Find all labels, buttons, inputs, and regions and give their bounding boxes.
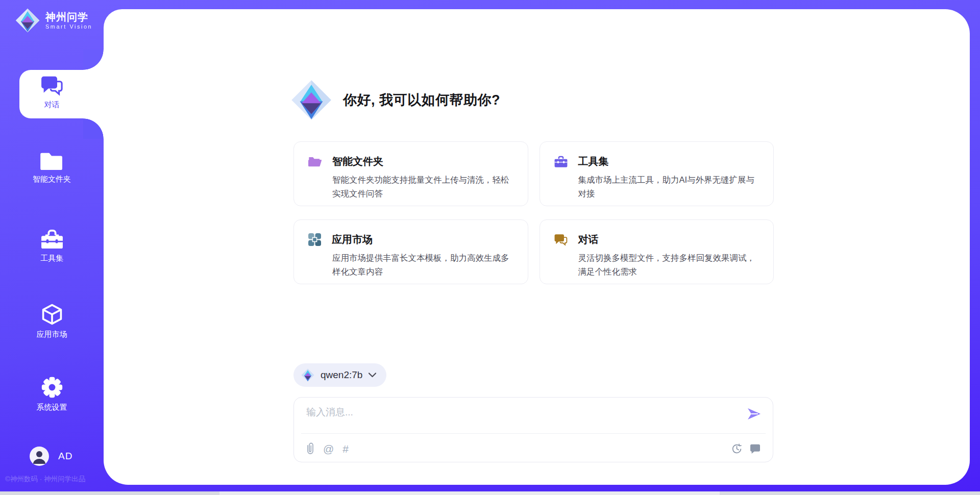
chat-icon xyxy=(41,76,63,96)
user-initials: AD xyxy=(58,451,72,462)
logo-diamond-icon xyxy=(15,8,40,33)
card-title: 工具集 xyxy=(578,155,609,168)
sidebar-item-label: 智能文件夹 xyxy=(33,175,71,184)
hash-icon[interactable]: # xyxy=(342,443,349,454)
message-input[interactable] xyxy=(306,406,735,430)
sidebar-item-label: 系统设置 xyxy=(37,403,67,412)
history-icon[interactable] xyxy=(731,443,742,454)
sidebar-item-label: 工具集 xyxy=(40,254,63,263)
card-title: 对话 xyxy=(578,233,599,246)
brand-name: 神州问学 xyxy=(45,11,92,22)
card-toolset[interactable]: 工具集 集成市场上主流工具，助力AI与外界无缝扩展与对接 xyxy=(540,141,774,206)
avatar xyxy=(30,447,49,466)
sidebar: 神州问学 Smart Vision 对话 智能文件夹 xyxy=(0,0,104,491)
card-description: 集成市场上主流工具，助力AI与外界无缝扩展与对接 xyxy=(578,173,760,201)
sidebar-item-toolset[interactable]: 工具集 xyxy=(0,229,104,263)
folder-icon xyxy=(308,156,322,167)
cube-grid-icon xyxy=(308,233,321,246)
chat-icon xyxy=(554,234,568,246)
sidebar-item-label: 应用市场 xyxy=(37,330,67,339)
brand-tagline: Smart Vision xyxy=(45,23,92,30)
attachment-icon[interactable] xyxy=(306,442,314,455)
model-name: qwen2:7b xyxy=(321,369,362,381)
chevron-down-icon xyxy=(369,373,376,378)
card-chat[interactable]: 对话 灵活切换多模型文件，支持多样回复效果调试，满足个性化需求 xyxy=(540,219,774,284)
brand: 神州问学 Smart Vision xyxy=(15,8,92,33)
logo-diamond-icon xyxy=(291,80,332,120)
briefcase-icon xyxy=(554,156,568,168)
composer-toolbar: @ # xyxy=(306,440,761,457)
card-description: 应用市场提供丰富长文本模板，助力高效生成多样化文章内容 xyxy=(332,251,513,279)
tab-fillet-bottom xyxy=(83,118,104,139)
greeting: 你好, 我可以如何帮助你? xyxy=(291,80,500,120)
tab-fillet-top xyxy=(83,50,104,70)
feature-cards: 智能文件夹 智能文件夹功能支持批量文件上传与清洗，轻松实现文件问答 工具集 集成… xyxy=(293,141,774,284)
send-icon[interactable] xyxy=(746,406,762,422)
cube-icon xyxy=(41,303,63,326)
sidebar-item-settings[interactable]: 系统设置 xyxy=(0,376,104,412)
folder-icon xyxy=(40,151,64,170)
sidebar-item-chat[interactable]: 对话 xyxy=(0,76,104,110)
logo-diamond-icon xyxy=(301,368,314,382)
model-selector[interactable]: qwen2:7b xyxy=(293,363,386,387)
card-description: 智能文件夹功能支持批量文件上传与清洗，轻松实现文件问答 xyxy=(332,173,513,201)
card-title: 智能文件夹 xyxy=(332,155,383,168)
user-profile[interactable]: AD xyxy=(30,447,72,466)
copyright-text: ©神州数码 · 神州问学出品 xyxy=(5,475,105,484)
sidebar-item-label: 对话 xyxy=(44,100,60,110)
card-description: 灵活切换多模型文件，支持多样回复效果调试，满足个性化需求 xyxy=(578,251,760,279)
card-app-market[interactable]: 应用市场 应用市场提供丰富长文本模板，助力高效生成多样化文章内容 xyxy=(293,219,528,284)
toolbox-icon xyxy=(40,229,64,250)
mention-icon[interactable]: @ xyxy=(323,443,334,454)
app-window: 神州问学 Smart Vision 对话 智能文件夹 xyxy=(0,0,980,495)
bottom-scrollbar[interactable] xyxy=(0,491,980,495)
card-smart-folder[interactable]: 智能文件夹 智能文件夹功能支持批量文件上传与清洗，轻松实现文件问答 xyxy=(293,141,528,206)
message-composer: @ # xyxy=(293,397,773,462)
composer-divider xyxy=(301,433,766,434)
sidebar-item-app-market[interactable]: 应用市场 xyxy=(0,303,104,339)
card-title: 应用市场 xyxy=(332,233,373,246)
gear-icon xyxy=(41,376,63,399)
quick-phrase-icon[interactable] xyxy=(750,444,761,454)
sidebar-item-smart-folder[interactable]: 智能文件夹 xyxy=(0,151,104,184)
greeting-title: 你好, 我可以如何帮助你? xyxy=(343,91,500,109)
